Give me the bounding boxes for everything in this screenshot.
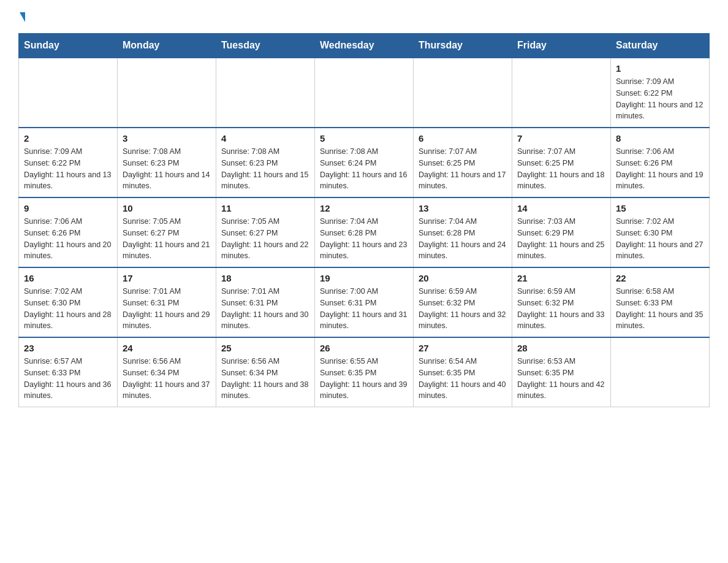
table-row — [512, 58, 611, 128]
day-info: Sunrise: 7:04 AMSunset: 6:28 PMDaylight:… — [419, 216, 507, 262]
col-monday: Monday — [118, 34, 216, 58]
day-info: Sunrise: 6:56 AMSunset: 6:34 PMDaylight:… — [123, 356, 211, 402]
day-info: Sunrise: 6:57 AMSunset: 6:33 PMDaylight:… — [24, 356, 112, 402]
day-number: 23 — [24, 343, 112, 353]
day-number: 20 — [419, 273, 507, 283]
day-info: Sunrise: 7:02 AMSunset: 6:30 PMDaylight:… — [616, 216, 704, 262]
table-row: 15Sunrise: 7:02 AMSunset: 6:30 PMDayligh… — [611, 197, 710, 267]
day-number: 26 — [320, 343, 408, 353]
col-tuesday: Tuesday — [216, 34, 315, 58]
day-number: 13 — [419, 203, 507, 213]
table-row: 9Sunrise: 7:06 AMSunset: 6:26 PMDaylight… — [19, 197, 118, 267]
calendar-week-row: 23Sunrise: 6:57 AMSunset: 6:33 PMDayligh… — [19, 337, 710, 407]
day-number: 14 — [517, 203, 605, 213]
day-number: 1 — [616, 63, 704, 74]
day-number: 24 — [123, 343, 211, 353]
table-row: 11Sunrise: 7:05 AMSunset: 6:27 PMDayligh… — [216, 197, 315, 267]
table-row — [315, 58, 414, 128]
table-row: 24Sunrise: 6:56 AMSunset: 6:34 PMDayligh… — [118, 337, 216, 407]
table-row: 27Sunrise: 6:54 AMSunset: 6:35 PMDayligh… — [414, 337, 512, 407]
day-number: 4 — [221, 133, 309, 144]
day-info: Sunrise: 6:59 AMSunset: 6:32 PMDaylight:… — [419, 286, 507, 332]
day-info: Sunrise: 6:55 AMSunset: 6:35 PMDaylight:… — [320, 356, 408, 402]
day-number: 9 — [24, 203, 112, 213]
day-number: 8 — [616, 133, 704, 144]
table-row: 7Sunrise: 7:07 AMSunset: 6:25 PMDaylight… — [512, 128, 611, 197]
table-row: 8Sunrise: 7:06 AMSunset: 6:26 PMDaylight… — [611, 128, 710, 197]
calendar-week-row: 16Sunrise: 7:02 AMSunset: 6:30 PMDayligh… — [19, 267, 710, 337]
day-number: 6 — [419, 133, 507, 144]
table-row: 4Sunrise: 7:08 AMSunset: 6:23 PMDaylight… — [216, 128, 315, 197]
day-number: 11 — [221, 203, 309, 213]
day-info: Sunrise: 7:05 AMSunset: 6:27 PMDaylight:… — [123, 216, 211, 262]
header — [18, 12, 710, 22]
day-info: Sunrise: 6:59 AMSunset: 6:32 PMDaylight:… — [517, 286, 605, 332]
logo — [18, 12, 25, 22]
table-row: 17Sunrise: 7:01 AMSunset: 6:31 PMDayligh… — [118, 267, 216, 337]
table-row: 19Sunrise: 7:00 AMSunset: 6:31 PMDayligh… — [315, 267, 414, 337]
col-sunday: Sunday — [19, 34, 118, 58]
day-number: 25 — [221, 343, 309, 353]
day-info: Sunrise: 7:07 AMSunset: 6:25 PMDaylight:… — [517, 146, 605, 192]
day-info: Sunrise: 7:08 AMSunset: 6:24 PMDaylight:… — [320, 146, 408, 192]
day-info: Sunrise: 6:53 AMSunset: 6:35 PMDaylight:… — [517, 356, 605, 402]
logo-triangle-icon — [20, 12, 25, 22]
table-row: 2Sunrise: 7:09 AMSunset: 6:22 PMDaylight… — [19, 128, 118, 197]
calendar-week-row: 1Sunrise: 7:09 AMSunset: 6:22 PMDaylight… — [19, 58, 710, 128]
day-number: 28 — [517, 343, 605, 353]
calendar-header-row: Sunday Monday Tuesday Wednesday Thursday… — [19, 34, 710, 58]
day-info: Sunrise: 7:00 AMSunset: 6:31 PMDaylight:… — [320, 286, 408, 332]
day-number: 3 — [123, 133, 211, 144]
day-info: Sunrise: 7:01 AMSunset: 6:31 PMDaylight:… — [221, 286, 309, 332]
day-info: Sunrise: 7:07 AMSunset: 6:25 PMDaylight:… — [419, 146, 507, 192]
col-wednesday: Wednesday — [315, 34, 414, 58]
table-row: 3Sunrise: 7:08 AMSunset: 6:23 PMDaylight… — [118, 128, 216, 197]
day-number: 2 — [24, 133, 112, 144]
col-friday: Friday — [512, 34, 611, 58]
table-row: 21Sunrise: 6:59 AMSunset: 6:32 PMDayligh… — [512, 267, 611, 337]
table-row: 26Sunrise: 6:55 AMSunset: 6:35 PMDayligh… — [315, 337, 414, 407]
day-number: 15 — [616, 203, 704, 213]
day-info: Sunrise: 7:04 AMSunset: 6:28 PMDaylight:… — [320, 216, 408, 262]
table-row: 5Sunrise: 7:08 AMSunset: 6:24 PMDaylight… — [315, 128, 414, 197]
table-row: 6Sunrise: 7:07 AMSunset: 6:25 PMDaylight… — [414, 128, 512, 197]
table-row: 25Sunrise: 6:56 AMSunset: 6:34 PMDayligh… — [216, 337, 315, 407]
col-saturday: Saturday — [611, 34, 710, 58]
day-number: 17 — [123, 273, 211, 283]
table-row: 14Sunrise: 7:03 AMSunset: 6:29 PMDayligh… — [512, 197, 611, 267]
day-number: 5 — [320, 133, 408, 144]
table-row: 16Sunrise: 7:02 AMSunset: 6:30 PMDayligh… — [19, 267, 118, 337]
day-number: 16 — [24, 273, 112, 283]
day-info: Sunrise: 6:56 AMSunset: 6:34 PMDaylight:… — [221, 356, 309, 402]
calendar-week-row: 2Sunrise: 7:09 AMSunset: 6:22 PMDaylight… — [19, 128, 710, 197]
calendar-week-row: 9Sunrise: 7:06 AMSunset: 6:26 PMDaylight… — [19, 197, 710, 267]
day-info: Sunrise: 7:08 AMSunset: 6:23 PMDaylight:… — [221, 146, 309, 192]
day-info: Sunrise: 7:02 AMSunset: 6:30 PMDaylight:… — [24, 286, 112, 332]
table-row — [19, 58, 118, 128]
table-row: 22Sunrise: 6:58 AMSunset: 6:33 PMDayligh… — [611, 267, 710, 337]
calendar-table: Sunday Monday Tuesday Wednesday Thursday… — [18, 33, 710, 407]
day-number: 19 — [320, 273, 408, 283]
day-number: 12 — [320, 203, 408, 213]
table-row — [216, 58, 315, 128]
day-info: Sunrise: 7:08 AMSunset: 6:23 PMDaylight:… — [123, 146, 211, 192]
day-number: 18 — [221, 273, 309, 283]
col-thursday: Thursday — [414, 34, 512, 58]
table-row: 20Sunrise: 6:59 AMSunset: 6:32 PMDayligh… — [414, 267, 512, 337]
day-info: Sunrise: 6:58 AMSunset: 6:33 PMDaylight:… — [616, 286, 704, 332]
table-row — [414, 58, 512, 128]
day-number: 27 — [419, 343, 507, 353]
day-number: 21 — [517, 273, 605, 283]
day-info: Sunrise: 7:01 AMSunset: 6:31 PMDaylight:… — [123, 286, 211, 332]
day-number: 7 — [517, 133, 605, 144]
table-row: 12Sunrise: 7:04 AMSunset: 6:28 PMDayligh… — [315, 197, 414, 267]
table-row — [611, 337, 710, 407]
table-row: 18Sunrise: 7:01 AMSunset: 6:31 PMDayligh… — [216, 267, 315, 337]
day-info: Sunrise: 7:09 AMSunset: 6:22 PMDaylight:… — [616, 76, 704, 122]
day-number: 10 — [123, 203, 211, 213]
day-info: Sunrise: 7:05 AMSunset: 6:27 PMDaylight:… — [221, 216, 309, 262]
day-info: Sunrise: 7:06 AMSunset: 6:26 PMDaylight:… — [616, 146, 704, 192]
table-row: 10Sunrise: 7:05 AMSunset: 6:27 PMDayligh… — [118, 197, 216, 267]
day-info: Sunrise: 7:06 AMSunset: 6:26 PMDaylight:… — [24, 216, 112, 262]
day-info: Sunrise: 7:03 AMSunset: 6:29 PMDaylight:… — [517, 216, 605, 262]
